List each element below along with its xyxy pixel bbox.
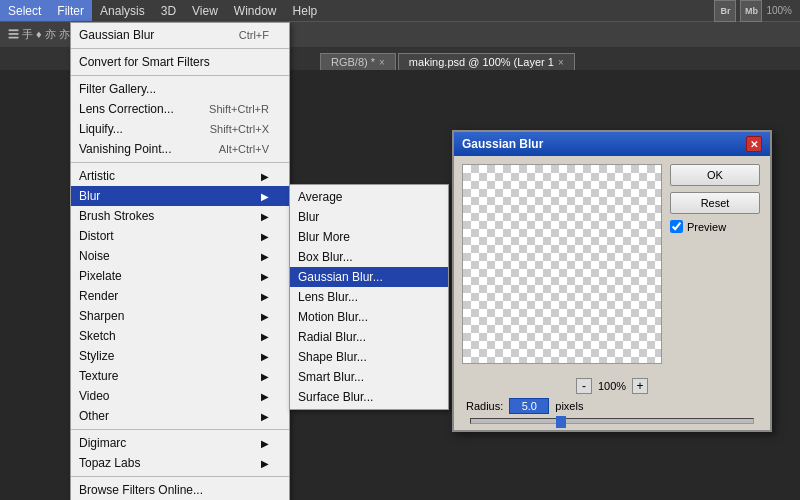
menu-vanishing-point[interactable]: Vanishing Point... Alt+Ctrl+V: [71, 139, 289, 159]
blur-blur-more[interactable]: Blur More: [290, 227, 448, 247]
arrow-digimarc: ▶: [261, 438, 269, 449]
radius-row: Radius: pixels: [462, 398, 762, 414]
menu-pixelate[interactable]: Pixelate ▶: [71, 266, 289, 286]
dialog-controls: OK Reset Preview: [670, 164, 760, 364]
arrow-artistic: ▶: [261, 171, 269, 182]
blur-radial-blur[interactable]: Radial Blur...: [290, 327, 448, 347]
blur-smart-blur[interactable]: Smart Blur...: [290, 367, 448, 387]
arrow-texture: ▶: [261, 371, 269, 382]
zoom-display: 100%: [766, 5, 792, 16]
blur-average[interactable]: Average: [290, 187, 448, 207]
zoom-in-button[interactable]: +: [632, 378, 648, 394]
menu-filter-gallery[interactable]: Filter Gallery...: [71, 79, 289, 99]
arrow-noise: ▶: [261, 251, 269, 262]
arrow-topaz: ▶: [261, 458, 269, 469]
blur-box-blur[interactable]: Box Blur...: [290, 247, 448, 267]
menu-item-analysis[interactable]: Analysis: [92, 0, 153, 21]
menu-bar: Select Filter Analysis 3D View Window He…: [0, 0, 800, 22]
blur-shape-blur[interactable]: Shape Blur...: [290, 347, 448, 367]
dialog-preview-canvas[interactable]: [462, 164, 662, 364]
menu-artistic[interactable]: Artistic ▶: [71, 166, 289, 186]
blur-submenu: Average Blur Blur More Box Blur... Gauss…: [289, 184, 449, 410]
menu-item-select[interactable]: Select: [0, 0, 49, 21]
menu-item-window[interactable]: Window: [226, 0, 285, 21]
tab-making[interactable]: making.psd @ 100% (Layer 1 ×: [398, 53, 575, 70]
menu-sharpen[interactable]: Sharpen ▶: [71, 306, 289, 326]
menu-digimarc[interactable]: Digimarc ▶: [71, 433, 289, 453]
sep3: [71, 162, 289, 163]
menu-topaz-labs[interactable]: Topaz Labs ▶: [71, 453, 289, 473]
blur-motion-blur[interactable]: Motion Blur...: [290, 307, 448, 327]
zoom-level: 100%: [598, 380, 626, 392]
tab-close-rgb[interactable]: ×: [379, 57, 385, 68]
arrow-video: ▶: [261, 391, 269, 402]
menu-gaussian-blur-top[interactable]: Gaussian Blur Ctrl+F: [71, 25, 289, 45]
sep4: [71, 429, 289, 430]
blur-surface-blur[interactable]: Surface Blur...: [290, 387, 448, 407]
preview-label: Preview: [687, 221, 726, 233]
arrow-sketch: ▶: [261, 331, 269, 342]
slider-row: [462, 418, 762, 424]
menu-item-filter[interactable]: Filter: [49, 0, 92, 21]
dialog-footer: - 100% + Radius: pixels: [454, 372, 770, 430]
filter-menu: Gaussian Blur Ctrl+F Convert for Smart F…: [70, 22, 290, 500]
mb-icon[interactable]: Mb: [740, 0, 762, 22]
menu-stylize[interactable]: Stylize ▶: [71, 346, 289, 366]
sep1: [71, 48, 289, 49]
radius-slider[interactable]: [470, 418, 754, 424]
ok-button[interactable]: OK: [670, 164, 760, 186]
blur-blur[interactable]: Blur: [290, 207, 448, 227]
dialog-titlebar: Gaussian Blur ✕: [454, 132, 770, 156]
arrow-sharpen: ▶: [261, 311, 269, 322]
preview-row: Preview: [670, 220, 760, 233]
arrow-distort: ▶: [261, 231, 269, 242]
radius-input[interactable]: [509, 398, 549, 414]
radius-label: Radius:: [466, 400, 503, 412]
sep2: [71, 75, 289, 76]
preview-checkbox[interactable]: [670, 220, 683, 233]
menu-browse-filters[interactable]: Browse Filters Online...: [71, 480, 289, 500]
zoom-row: - 100% +: [462, 378, 762, 394]
sep5: [71, 476, 289, 477]
menu-brush-strokes[interactable]: Brush Strokes ▶: [71, 206, 289, 226]
arrow-render: ▶: [261, 291, 269, 302]
menu-item-view[interactable]: View: [184, 0, 226, 21]
pixels-label: pixels: [555, 400, 583, 412]
slider-thumb[interactable]: [556, 416, 566, 428]
gaussian-blur-dialog: Gaussian Blur ✕ OK Reset Preview - 100% …: [452, 130, 772, 432]
arrow-stylize: ▶: [261, 351, 269, 362]
menu-item-3d[interactable]: 3D: [153, 0, 184, 21]
blur-gaussian-blur[interactable]: Gaussian Blur...: [290, 267, 448, 287]
menu-video[interactable]: Video ▶: [71, 386, 289, 406]
menu-other[interactable]: Other ▶: [71, 406, 289, 426]
bridge-icon[interactable]: Br: [714, 0, 736, 22]
menu-blur[interactable]: Blur ▶ Average Blur Blur More Box Blur..…: [71, 186, 289, 206]
reset-button[interactable]: Reset: [670, 192, 760, 214]
dialog-body: OK Reset Preview: [454, 156, 770, 372]
arrow-other: ▶: [261, 411, 269, 422]
menu-noise[interactable]: Noise ▶: [71, 246, 289, 266]
dialog-title: Gaussian Blur: [462, 137, 543, 151]
menu-sketch[interactable]: Sketch ▶: [71, 326, 289, 346]
blur-lens-blur[interactable]: Lens Blur...: [290, 287, 448, 307]
menu-distort[interactable]: Distort ▶: [71, 226, 289, 246]
tab-close-making[interactable]: ×: [558, 57, 564, 68]
arrow-brush: ▶: [261, 211, 269, 222]
zoom-out-button[interactable]: -: [576, 378, 592, 394]
menu-liquify[interactable]: Liquify... Shift+Ctrl+X: [71, 119, 289, 139]
menu-item-help[interactable]: Help: [285, 0, 326, 21]
menu-bar-right: Br Mb 100%: [714, 0, 800, 22]
menu-lens-correction[interactable]: Lens Correction... Shift+Ctrl+R: [71, 99, 289, 119]
arrow-blur: ▶: [261, 191, 269, 202]
menu-convert-smart[interactable]: Convert for Smart Filters: [71, 52, 289, 72]
menu-texture[interactable]: Texture ▶: [71, 366, 289, 386]
tab-rgb[interactable]: RGB/8) * ×: [320, 53, 396, 70]
arrow-pixelate: ▶: [261, 271, 269, 282]
menu-render[interactable]: Render ▶: [71, 286, 289, 306]
dialog-close-button[interactable]: ✕: [746, 136, 762, 152]
